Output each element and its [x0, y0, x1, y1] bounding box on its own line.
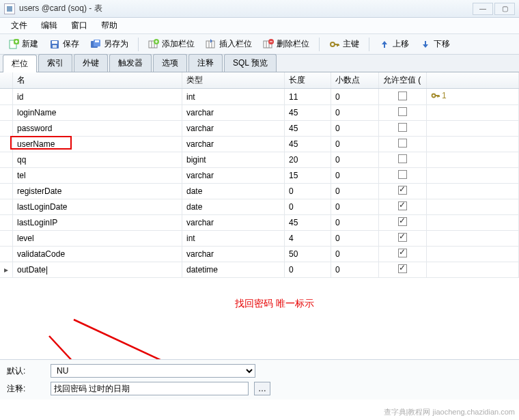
cell-decimals[interactable]: 0 — [331, 184, 379, 199]
cell-type[interactable]: varchar — [182, 105, 285, 121]
table-row[interactable]: idint1101 — [0, 89, 519, 105]
cell-decimals[interactable]: 0 — [331, 262, 379, 278]
column-header-decimals[interactable]: 小数点 — [331, 72, 379, 89]
allownull-checkbox[interactable] — [398, 264, 407, 273]
table-row[interactable]: lastLoginDatedate00 — [0, 199, 519, 215]
row-handle[interactable] — [0, 231, 13, 247]
comment-more-button[interactable]: … — [254, 382, 270, 395]
cell-allownull[interactable] — [379, 152, 427, 168]
cell-length[interactable]: 11 — [285, 89, 331, 105]
cell-decimals[interactable]: 0 — [331, 121, 379, 137]
fields-grid[interactable]: 名 类型 长度 小数点 允许空值 ( idint1101loginNamevar… — [0, 72, 519, 278]
allownull-checkbox[interactable] — [398, 107, 407, 116]
cell-allownull[interactable] — [379, 168, 427, 184]
cell-name[interactable]: registerDate — [13, 184, 182, 199]
cell-allownull[interactable] — [379, 121, 427, 137]
cell-type[interactable]: bigint — [182, 152, 285, 168]
cell-decimals[interactable]: 0 — [331, 137, 379, 152]
move-down-button[interactable]: 下移 — [416, 36, 454, 52]
tab-triggers[interactable]: 触发器 — [109, 54, 152, 72]
cell-name[interactable]: password — [13, 121, 182, 137]
cell-decimals[interactable]: 0 — [331, 105, 379, 121]
cell-type[interactable]: date — [182, 199, 285, 215]
cell-decimals[interactable]: 0 — [331, 168, 379, 184]
cell-length[interactable]: 0 — [285, 184, 331, 199]
cell-type[interactable]: varchar — [182, 121, 285, 137]
row-handle[interactable] — [0, 168, 13, 184]
cell-key[interactable] — [427, 184, 519, 199]
cell-key[interactable] — [427, 168, 519, 184]
allownull-checkbox[interactable] — [398, 249, 407, 257]
cell-allownull[interactable] — [379, 215, 427, 231]
cell-length[interactable]: 4 — [285, 231, 331, 247]
allownull-checkbox[interactable] — [398, 186, 407, 195]
allownull-checkbox[interactable] — [398, 233, 407, 242]
column-header-name[interactable]: 名 — [13, 72, 182, 89]
menu-help[interactable]: 帮助 — [94, 18, 124, 33]
column-header-handle[interactable] — [0, 72, 13, 89]
column-header-key[interactable] — [427, 72, 519, 89]
row-handle[interactable] — [0, 199, 13, 215]
row-handle[interactable] — [0, 137, 13, 152]
table-row[interactable]: ▸outDate|datetime00 — [0, 262, 519, 278]
cell-length[interactable]: 45 — [285, 215, 331, 231]
column-header-allownull[interactable]: 允许空值 ( — [379, 72, 427, 89]
cell-decimals[interactable]: 0 — [331, 89, 379, 105]
cell-decimals[interactable]: 0 — [331, 152, 379, 168]
allownull-checkbox[interactable] — [398, 139, 407, 148]
default-select[interactable]: NU — [51, 364, 255, 378]
cell-length[interactable]: 0 — [285, 262, 331, 278]
new-button[interactable]: 新建 — [4, 36, 42, 52]
allownull-checkbox[interactable] — [398, 217, 407, 226]
cell-name[interactable]: validataCode — [13, 247, 182, 262]
row-handle[interactable] — [0, 121, 13, 137]
cell-name[interactable]: qq — [13, 152, 182, 168]
cell-key[interactable] — [427, 247, 519, 262]
cell-type[interactable]: int — [182, 89, 285, 105]
table-row[interactable]: validataCodevarchar500 — [0, 247, 519, 262]
cell-name[interactable]: level — [13, 231, 182, 247]
cell-key[interactable] — [427, 215, 519, 231]
table-row[interactable]: telvarchar150 — [0, 168, 519, 184]
cell-decimals[interactable]: 0 — [331, 199, 379, 215]
cell-length[interactable]: 20 — [285, 152, 331, 168]
cell-length[interactable]: 15 — [285, 168, 331, 184]
primary-key-button[interactable]: 主键 — [325, 36, 363, 52]
saveas-button[interactable]: 另存为 — [86, 36, 132, 52]
table-row[interactable]: registerDatedate00 — [0, 184, 519, 199]
cell-allownull[interactable] — [379, 137, 427, 152]
allownull-checkbox[interactable] — [398, 170, 407, 179]
cell-allownull[interactable] — [379, 89, 427, 105]
tab-sql-preview[interactable]: SQL 预览 — [224, 54, 277, 72]
cell-name[interactable]: tel — [13, 168, 182, 184]
cell-length[interactable]: 0 — [285, 199, 331, 215]
row-handle[interactable] — [0, 89, 13, 105]
cell-decimals[interactable]: 0 — [331, 247, 379, 262]
table-row[interactable]: loginNamevarchar450 — [0, 105, 519, 121]
tab-fields[interactable]: 栏位 — [3, 55, 37, 72]
tab-comment[interactable]: 注释 — [188, 54, 223, 72]
cell-allownull[interactable] — [379, 105, 427, 121]
tab-indexes[interactable]: 索引 — [38, 54, 72, 72]
maximize-button[interactable]: ▢ — [494, 3, 515, 15]
cell-allownull[interactable] — [379, 231, 427, 247]
tab-options[interactable]: 选项 — [153, 54, 187, 72]
delete-column-button[interactable]: 删除栏位 — [259, 36, 313, 52]
cell-type[interactable]: int — [182, 231, 285, 247]
cell-allownull[interactable] — [379, 199, 427, 215]
cell-key[interactable] — [427, 121, 519, 137]
cell-length[interactable]: 45 — [285, 105, 331, 121]
cell-key[interactable] — [427, 199, 519, 215]
cell-type[interactable]: date — [182, 184, 285, 199]
row-handle[interactable] — [0, 152, 13, 168]
insert-column-button[interactable]: 插入栏位 — [201, 36, 256, 52]
cell-type[interactable]: varchar — [182, 168, 285, 184]
cell-key[interactable]: 1 — [427, 89, 519, 105]
allownull-checkbox[interactable] — [398, 154, 407, 163]
row-handle[interactable] — [0, 215, 13, 231]
tab-foreign-keys[interactable]: 外键 — [74, 54, 108, 72]
allownull-checkbox[interactable] — [398, 201, 407, 210]
cell-type[interactable]: varchar — [182, 215, 285, 231]
menu-edit[interactable]: 编辑 — [34, 18, 64, 33]
cell-key[interactable] — [427, 152, 519, 168]
